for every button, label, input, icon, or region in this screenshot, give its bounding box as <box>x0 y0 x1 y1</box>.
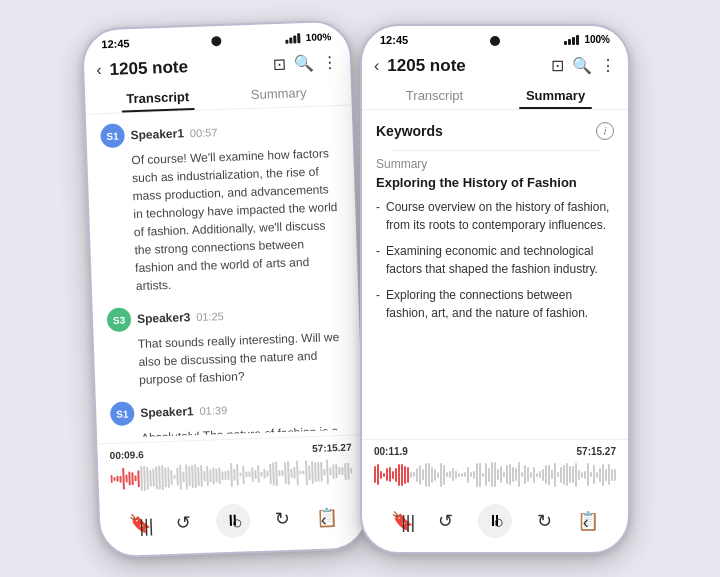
status-icons-right: 100% <box>564 34 610 45</box>
tabs-right: Transcript Summary <box>362 82 628 110</box>
back-nav-icon-right[interactable]: ‹ <box>583 512 589 533</box>
time-left: 12:45 <box>101 37 130 50</box>
more-icon-right[interactable]: ⋮ <box>600 56 616 75</box>
keywords-section: Keywords i <box>376 122 614 140</box>
section-divider <box>390 150 600 151</box>
tab-transcript-left[interactable]: Transcript <box>97 82 219 113</box>
summary-section-label: Summary <box>376 157 614 171</box>
battery-right: 100% <box>584 34 610 45</box>
app-title-right: 1205 note <box>387 56 545 76</box>
speaker-name-2: Speaker3 <box>137 310 191 326</box>
search-icon-left[interactable]: 🔍 <box>294 53 315 73</box>
bottom-nav-right: ||| ○ ‹ <box>362 500 628 552</box>
recent-apps-icon-left[interactable]: ||| <box>139 515 154 536</box>
battery-left: 100% <box>305 30 331 42</box>
tab-summary-left[interactable]: Summary <box>218 77 340 108</box>
home-icon-left[interactable]: ○ <box>231 512 243 533</box>
speaker-entry-3: S1 Speaker1 01:39 Absolutely! The nature… <box>110 393 350 438</box>
speaker-time-3: 01:39 <box>199 404 227 417</box>
bullet-2: - Examining economic and technological f… <box>376 242 614 278</box>
speaker-entry-2: S3 Speaker3 01:25 That sounds really int… <box>107 299 348 389</box>
more-icon-left[interactable]: ⋮ <box>322 52 339 72</box>
search-icon-right[interactable]: 🔍 <box>572 56 592 75</box>
bullet-1: - Course overview on the history of fash… <box>376 198 614 234</box>
status-icons-left: 100% <box>285 30 331 43</box>
time-right: 12:45 <box>380 34 408 46</box>
info-icon[interactable]: i <box>596 122 614 140</box>
header-icons-right: ⊡ 🔍 ⋮ <box>551 56 616 75</box>
camera-dot-right <box>490 36 500 46</box>
keywords-label: Keywords <box>376 123 443 139</box>
bottom-nav-left: ||| ○ ‹ <box>99 495 367 556</box>
summary-title: Exploring the History of Fashion <box>376 175 614 190</box>
header-icons-left: ⊡ 🔍 ⋮ <box>273 52 339 73</box>
audio-player-left: 00:09.6 57:15.27 // Generate waveform ba… <box>97 434 365 498</box>
speaker-time-2: 01:25 <box>196 310 224 323</box>
back-button-left[interactable]: ‹ <box>96 61 102 79</box>
avatar-speaker1-2: S1 <box>110 401 135 426</box>
waveform-left[interactable]: // Generate waveform bars for left phone… <box>110 455 353 493</box>
summary-content-right: Keywords i Summary Exploring the History… <box>362 114 628 434</box>
signal-icon-left <box>285 31 300 43</box>
app-header-right: ‹ 1205 note ⊡ 🔍 ⋮ <box>362 50 628 82</box>
time-row-right: 00:11.9 57:15.27 <box>374 446 616 457</box>
speaker-text-1: Of course! We'll examine how factors suc… <box>101 143 344 295</box>
speaker-name-1: Speaker1 <box>130 126 184 142</box>
home-icon-right[interactable]: ○ <box>494 512 505 533</box>
camera-dot-left <box>211 35 221 45</box>
speaker-entry-1: S1 Speaker1 00:57 Of course! We'll exami… <box>100 115 344 295</box>
back-button-right[interactable]: ‹ <box>374 57 379 75</box>
speaker-name-3: Speaker1 <box>140 404 194 420</box>
share-icon-right[interactable]: ⊡ <box>551 56 564 75</box>
signal-icon-right <box>564 34 579 45</box>
speaker-text-2: That sounds really interesting. Will we … <box>108 327 348 389</box>
tab-transcript-right[interactable]: Transcript <box>374 82 495 109</box>
bullet-3: - Exploring the connections between fash… <box>376 286 614 322</box>
phones-container: 12:45 100% ‹ 1205 note ⊡ 🔍 ⋮ <box>80 24 640 554</box>
total-time-right: 57:15.27 <box>577 446 616 457</box>
total-time-left: 57:15.27 <box>312 441 352 453</box>
current-time-right: 00:11.9 <box>374 446 408 457</box>
waveform-right[interactable]: (function() { const bars = 100; const pl… <box>374 460 616 490</box>
phone-left: 12:45 100% ‹ 1205 note ⊡ 🔍 ⋮ <box>81 19 369 558</box>
recent-apps-icon-right[interactable]: ||| <box>401 512 415 533</box>
transcript-content-left: S1 Speaker1 00:57 Of course! We'll exami… <box>86 109 363 438</box>
share-icon-left[interactable]: ⊡ <box>273 54 287 73</box>
back-nav-icon-left[interactable]: ‹ <box>321 509 328 530</box>
audio-player-right: 00:11.9 57:15.27 (function() { const bar… <box>362 439 628 494</box>
tab-summary-right[interactable]: Summary <box>495 82 616 109</box>
avatar-speaker1-1: S1 <box>100 123 125 148</box>
avatar-speaker3: S3 <box>107 307 132 332</box>
app-title-left: 1205 note <box>109 54 267 79</box>
phone-right: 12:45 100% ‹ 1205 note ⊡ 🔍 ⋮ <box>360 24 630 554</box>
speaker-time-1: 00:57 <box>190 126 218 139</box>
current-time-left: 00:09.6 <box>110 448 144 460</box>
